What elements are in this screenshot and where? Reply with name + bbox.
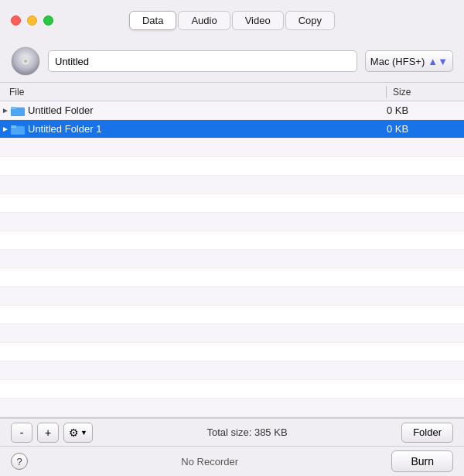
file-size: 0 KB: [387, 123, 464, 135]
empty-row: [0, 250, 464, 269]
burn-button[interactable]: Burn: [391, 450, 453, 472]
folder-button[interactable]: Folder: [401, 423, 453, 443]
help-button[interactable]: ?: [11, 453, 28, 470]
table-row[interactable]: ► Untitled Folder 1 0 KB: [0, 120, 464, 139]
remove-button[interactable]: -: [11, 423, 32, 443]
add-button[interactable]: +: [37, 423, 59, 443]
bottom-toolbar: - + ⚙ ▼ Total size: 385 KB Folder: [0, 418, 464, 446]
gear-button[interactable]: ⚙ ▼: [63, 423, 93, 443]
folder-icon: [11, 105, 25, 116]
empty-row: [0, 194, 464, 213]
expand-icon: ►: [0, 125, 11, 133]
total-size-label: Total size: 385 KB: [97, 426, 397, 438]
empty-row: [0, 306, 464, 324]
expand-icon: ►: [0, 106, 11, 115]
empty-row: [0, 157, 464, 176]
file-size: 0 KB: [387, 104, 464, 116]
maximize-button[interactable]: [43, 15, 53, 26]
tab-audio[interactable]: Audio: [178, 11, 230, 30]
file-name: Untitled Folder 1: [28, 123, 387, 135]
folder-icon: [11, 124, 25, 135]
svg-rect-6: [11, 107, 16, 109]
titlebar: Data Audio Video Copy: [0, 0, 464, 40]
empty-row: [0, 380, 464, 399]
empty-row: [0, 176, 464, 194]
column-header: File Size: [0, 83, 464, 101]
tab-bar: Data Audio Video Copy: [129, 11, 335, 30]
empty-row: [0, 269, 464, 287]
column-size-header: Size: [387, 87, 464, 98]
empty-row: [0, 324, 464, 343]
recorder-label: No Recorder: [28, 456, 391, 467]
column-file-header: File: [6, 87, 386, 98]
table-row[interactable]: ► Untitled Folder 0 KB: [0, 101, 464, 120]
svg-rect-9: [11, 125, 16, 128]
disc-icon: [11, 46, 40, 76]
tab-copy[interactable]: Copy: [285, 11, 335, 30]
file-list-container: File Size ► Untitled Folder 0 KB ►: [0, 82, 464, 418]
empty-row: [0, 213, 464, 231]
main-content: Mac (HFS+) ▲▼ File Size ► Untitled Folde…: [0, 40, 464, 476]
disc-row: Mac (HFS+) ▲▼: [0, 40, 464, 82]
format-select[interactable]: Mac (HFS+) ▲▼: [365, 50, 453, 72]
format-label: Mac (HFS+): [370, 56, 425, 67]
gear-dropdown-arrow: ▼: [80, 429, 87, 437]
empty-row: [0, 231, 464, 250]
traffic-lights: [11, 15, 53, 26]
format-dropdown-icon: ▲▼: [428, 56, 448, 67]
empty-row: [0, 343, 464, 361]
empty-row: [0, 361, 464, 380]
tab-data[interactable]: Data: [129, 11, 176, 30]
empty-row: [0, 139, 464, 157]
close-button[interactable]: [11, 15, 21, 26]
status-bar: ? No Recorder Burn: [0, 446, 464, 476]
file-name: Untitled Folder: [28, 104, 387, 116]
disc-name-input[interactable]: [48, 50, 357, 72]
empty-row: [0, 287, 464, 306]
tab-video[interactable]: Video: [232, 11, 284, 30]
minimize-button[interactable]: [27, 15, 37, 26]
svg-point-3: [25, 60, 26, 62]
empty-row: [0, 399, 464, 417]
gear-icon: ⚙: [69, 426, 79, 439]
